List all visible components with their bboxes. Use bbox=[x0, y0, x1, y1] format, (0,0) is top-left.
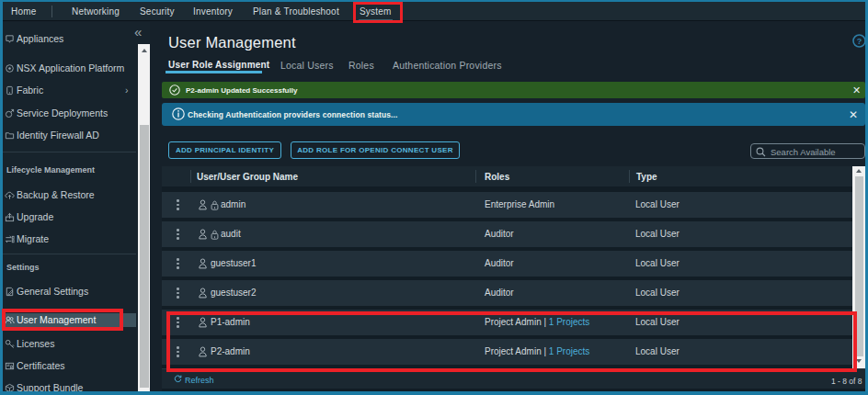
svg-text:?: ? bbox=[857, 37, 862, 46]
